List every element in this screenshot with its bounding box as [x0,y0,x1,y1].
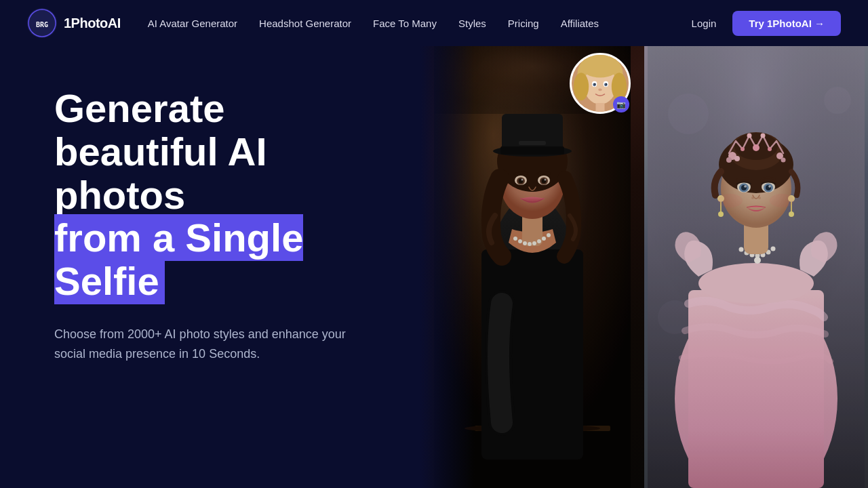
nav-link-face-to-many[interactable]: Face To Many [373,18,437,29]
svg-point-13 [594,83,595,85]
nav-link-headshot[interactable]: Headshot Generator [259,18,351,29]
hero-title-line2: from a Single Selfie [54,214,303,304]
hero-section: Generate beautiful AI photos from a Sing… [0,46,420,488]
svg-point-8 [581,55,619,78]
navigation: BRG 1PhotoAI AI Avatar Generator Headsho… [0,0,868,46]
login-link[interactable]: Login [692,18,717,29]
camera-badge: 📷 [613,96,629,113]
hero-title-line1: Generate beautiful AI photos [54,86,267,217]
portrait-right-svg [644,46,868,488]
hero-subtitle: Choose from 2000+ AI photo styles and en… [54,325,380,364]
logo[interactable]: BRG 1PhotoAI [27,8,121,38]
try-cta-button[interactable]: Try 1PhotoAI → [732,11,841,36]
hero-title: Generate beautiful AI photos from a Sing… [54,87,393,303]
nav-link-pricing[interactable]: Pricing [508,18,539,29]
brand-name: 1PhotoAI [64,16,121,31]
image-panel-right [644,46,868,488]
main-content: Generate beautiful AI photos from a Sing… [0,46,868,488]
nav-links: AI Avatar Generator Headshot Generator F… [148,18,692,29]
svg-point-11 [593,83,596,87]
nav-link-ai-avatar[interactable]: AI Avatar Generator [148,18,237,29]
svg-point-15 [598,88,602,91]
logo-icon: BRG [27,8,57,38]
hero-images: 📷 [420,46,868,488]
svg-point-12 [604,83,608,87]
nav-link-affiliates[interactable]: Affiliates [561,18,599,29]
camera-icon: 📷 [616,100,626,109]
nav-link-styles[interactable]: Styles [458,18,486,29]
svg-rect-99 [648,46,865,488]
svg-point-6 [574,73,589,100]
svg-point-14 [606,83,607,85]
images-fade-left [420,46,475,488]
selfie-avatar: 📷 [570,53,631,114]
svg-text:BRG: BRG [36,21,48,28]
svg-rect-16 [595,103,604,112]
nav-actions: Login Try 1PhotoAI → [692,11,841,36]
